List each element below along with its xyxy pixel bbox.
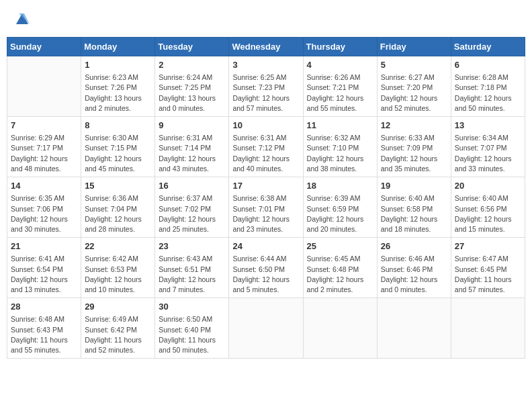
day-number: 14	[11, 180, 77, 192]
page-header	[7, 7, 525, 33]
day-number: 27	[455, 240, 521, 253]
day-number: 3	[232, 59, 299, 71]
day-info: Sunrise: 6:28 AM Sunset: 7:18 PM Dayligh…	[455, 73, 521, 113]
week-row-1: 1Sunrise: 6:23 AM Sunset: 7:26 PM Daylig…	[7, 56, 525, 117]
day-number: 25	[307, 240, 373, 253]
day-number: 15	[85, 180, 151, 192]
weekday-header-tuesday: Tuesday	[155, 38, 229, 56]
day-cell: 13Sunrise: 6:34 AM Sunset: 7:07 PM Dayli…	[451, 117, 525, 177]
day-cell: 3Sunrise: 6:25 AM Sunset: 7:23 PM Daylig…	[229, 56, 303, 117]
calendar-table: SundayMondayTuesdayWednesdayThursdayFrid…	[7, 37, 525, 359]
day-number: 19	[381, 180, 447, 192]
day-cell: 18Sunrise: 6:39 AM Sunset: 6:59 PM Dayli…	[303, 177, 377, 238]
day-cell	[7, 56, 81, 117]
day-info: Sunrise: 6:26 AM Sunset: 7:21 PM Dayligh…	[307, 73, 373, 113]
day-number: 6	[455, 59, 521, 71]
day-number: 16	[159, 180, 225, 192]
day-number: 20	[455, 180, 521, 192]
day-cell: 6Sunrise: 6:28 AM Sunset: 7:18 PM Daylig…	[451, 56, 525, 117]
day-info: Sunrise: 6:27 AM Sunset: 7:20 PM Dayligh…	[381, 73, 447, 113]
day-info: Sunrise: 6:45 AM Sunset: 6:48 PM Dayligh…	[307, 254, 373, 295]
day-cell	[303, 298, 377, 359]
day-info: Sunrise: 6:31 AM Sunset: 7:12 PM Dayligh…	[232, 133, 299, 174]
day-cell: 25Sunrise: 6:45 AM Sunset: 6:48 PM Dayli…	[303, 238, 377, 298]
day-cell	[229, 298, 303, 359]
day-cell	[451, 298, 525, 359]
day-info: Sunrise: 6:41 AM Sunset: 6:54 PM Dayligh…	[11, 254, 77, 295]
day-number: 11	[307, 120, 373, 132]
weekday-header-thursday: Thursday	[303, 38, 377, 56]
day-number: 29	[85, 301, 151, 313]
day-number: 10	[232, 120, 299, 132]
day-cell: 9Sunrise: 6:31 AM Sunset: 7:14 PM Daylig…	[155, 117, 229, 177]
day-info: Sunrise: 6:40 AM Sunset: 6:58 PM Dayligh…	[381, 193, 447, 234]
day-number: 12	[381, 120, 447, 132]
day-info: Sunrise: 6:23 AM Sunset: 7:26 PM Dayligh…	[85, 73, 151, 113]
weekday-header-row: SundayMondayTuesdayWednesdayThursdayFrid…	[7, 38, 525, 56]
day-cell: 19Sunrise: 6:40 AM Sunset: 6:58 PM Dayli…	[377, 177, 451, 238]
day-cell: 4Sunrise: 6:26 AM Sunset: 7:21 PM Daylig…	[303, 56, 377, 117]
day-cell: 7Sunrise: 6:29 AM Sunset: 7:17 PM Daylig…	[7, 117, 81, 177]
day-cell: 14Sunrise: 6:35 AM Sunset: 7:06 PM Dayli…	[7, 177, 81, 238]
day-info: Sunrise: 6:34 AM Sunset: 7:07 PM Dayligh…	[455, 133, 521, 174]
day-cell: 20Sunrise: 6:40 AM Sunset: 6:56 PM Dayli…	[451, 177, 525, 238]
day-cell: 12Sunrise: 6:33 AM Sunset: 7:09 PM Dayli…	[377, 117, 451, 177]
day-info: Sunrise: 6:24 AM Sunset: 7:25 PM Dayligh…	[159, 73, 225, 113]
day-number: 5	[381, 59, 447, 71]
week-row-3: 14Sunrise: 6:35 AM Sunset: 7:06 PM Dayli…	[7, 177, 525, 238]
day-cell: 30Sunrise: 6:50 AM Sunset: 6:40 PM Dayli…	[155, 298, 229, 359]
day-number: 21	[11, 240, 77, 253]
day-info: Sunrise: 6:35 AM Sunset: 7:06 PM Dayligh…	[11, 193, 77, 234]
day-info: Sunrise: 6:42 AM Sunset: 6:53 PM Dayligh…	[85, 254, 151, 295]
logo	[13, 12, 30, 30]
day-cell: 5Sunrise: 6:27 AM Sunset: 7:20 PM Daylig…	[377, 56, 451, 117]
day-info: Sunrise: 6:50 AM Sunset: 6:40 PM Dayligh…	[159, 314, 225, 355]
day-cell: 11Sunrise: 6:32 AM Sunset: 7:10 PM Dayli…	[303, 117, 377, 177]
day-number: 22	[85, 240, 151, 253]
day-number: 8	[85, 120, 151, 132]
day-number: 1	[85, 59, 151, 71]
day-number: 2	[159, 59, 225, 71]
day-number: 30	[159, 301, 225, 313]
day-cell: 24Sunrise: 6:44 AM Sunset: 6:50 PM Dayli…	[229, 238, 303, 298]
weekday-header-saturday: Saturday	[451, 38, 525, 56]
day-info: Sunrise: 6:29 AM Sunset: 7:17 PM Dayligh…	[11, 133, 77, 174]
day-number: 9	[159, 120, 225, 132]
day-cell: 26Sunrise: 6:46 AM Sunset: 6:46 PM Dayli…	[377, 238, 451, 298]
logo-text	[13, 12, 30, 30]
day-cell: 1Sunrise: 6:23 AM Sunset: 7:26 PM Daylig…	[81, 56, 155, 117]
day-info: Sunrise: 6:40 AM Sunset: 6:56 PM Dayligh…	[455, 193, 521, 234]
day-cell: 29Sunrise: 6:49 AM Sunset: 6:42 PM Dayli…	[81, 298, 155, 359]
day-number: 23	[159, 240, 225, 253]
day-cell: 22Sunrise: 6:42 AM Sunset: 6:53 PM Dayli…	[81, 238, 155, 298]
day-cell: 21Sunrise: 6:41 AM Sunset: 6:54 PM Dayli…	[7, 238, 81, 298]
day-number: 4	[307, 59, 373, 71]
day-info: Sunrise: 6:43 AM Sunset: 6:51 PM Dayligh…	[159, 254, 225, 295]
day-number: 24	[232, 240, 299, 253]
week-row-4: 21Sunrise: 6:41 AM Sunset: 6:54 PM Dayli…	[7, 238, 525, 298]
day-number: 18	[307, 180, 373, 192]
day-cell: 10Sunrise: 6:31 AM Sunset: 7:12 PM Dayli…	[229, 117, 303, 177]
day-cell: 28Sunrise: 6:48 AM Sunset: 6:43 PM Dayli…	[7, 298, 81, 359]
day-info: Sunrise: 6:25 AM Sunset: 7:23 PM Dayligh…	[232, 73, 299, 113]
day-info: Sunrise: 6:39 AM Sunset: 6:59 PM Dayligh…	[307, 193, 373, 234]
day-number: 17	[232, 180, 299, 192]
day-info: Sunrise: 6:49 AM Sunset: 6:42 PM Dayligh…	[85, 314, 151, 355]
weekday-header-monday: Monday	[81, 38, 155, 56]
day-info: Sunrise: 6:32 AM Sunset: 7:10 PM Dayligh…	[307, 133, 373, 174]
day-info: Sunrise: 6:38 AM Sunset: 7:01 PM Dayligh…	[232, 193, 299, 234]
day-number: 13	[455, 120, 521, 132]
day-info: Sunrise: 6:47 AM Sunset: 6:45 PM Dayligh…	[455, 254, 521, 295]
weekday-header-wednesday: Wednesday	[229, 38, 303, 56]
day-cell: 23Sunrise: 6:43 AM Sunset: 6:51 PM Dayli…	[155, 238, 229, 298]
day-cell: 17Sunrise: 6:38 AM Sunset: 7:01 PM Dayli…	[229, 177, 303, 238]
day-info: Sunrise: 6:36 AM Sunset: 7:04 PM Dayligh…	[85, 193, 151, 234]
day-number: 28	[11, 301, 77, 313]
day-info: Sunrise: 6:46 AM Sunset: 6:46 PM Dayligh…	[381, 254, 447, 295]
logo-icon	[15, 12, 30, 27]
day-info: Sunrise: 6:37 AM Sunset: 7:02 PM Dayligh…	[159, 193, 225, 234]
day-info: Sunrise: 6:48 AM Sunset: 6:43 PM Dayligh…	[11, 314, 77, 355]
day-cell: 15Sunrise: 6:36 AM Sunset: 7:04 PM Dayli…	[81, 177, 155, 238]
day-cell: 8Sunrise: 6:30 AM Sunset: 7:15 PM Daylig…	[81, 117, 155, 177]
day-info: Sunrise: 6:44 AM Sunset: 6:50 PM Dayligh…	[232, 254, 299, 295]
